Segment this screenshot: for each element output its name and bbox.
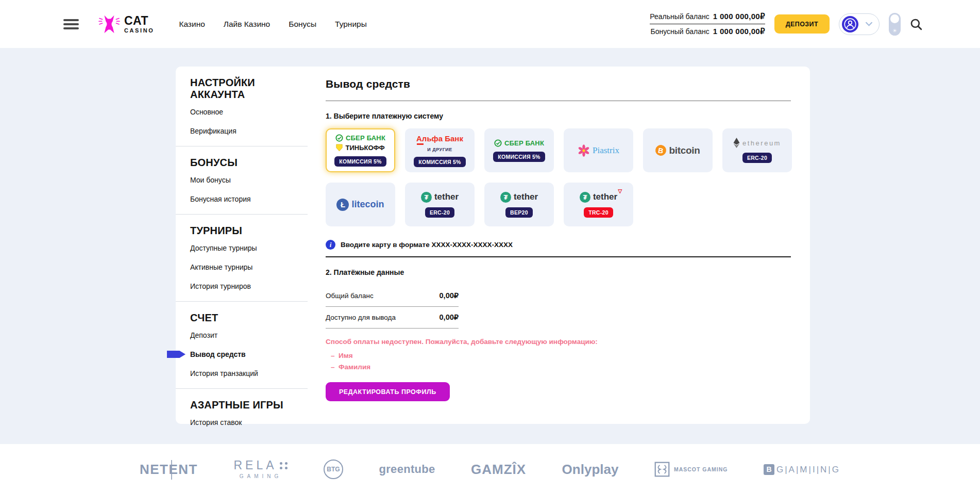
account-card: НАСТРОЙКИ АККАУНТА Основное Верификация … bbox=[176, 67, 810, 424]
provider-relax-gaming: RELA GAMING bbox=[233, 460, 288, 479]
logo-text-cat: CAT bbox=[124, 15, 154, 27]
search-icon bbox=[910, 18, 922, 30]
provider-netent: NETENT bbox=[140, 463, 198, 476]
sidebar-item-bonus-history[interactable]: Бонусная история bbox=[190, 195, 308, 203]
tether-icon: ₮ bbox=[580, 192, 590, 203]
network-badge: ERC-20 bbox=[425, 207, 454, 218]
sidebar-item-withdrawal[interactable]: Вывод средств bbox=[190, 350, 308, 358]
page-title: Вывод средств bbox=[326, 78, 792, 90]
balance-block: Реальный баланс 1 000 000,00₽ Бонусный б… bbox=[650, 12, 765, 36]
nav-item-bonuses[interactable]: Бонусы bbox=[289, 20, 316, 29]
active-item-arrow bbox=[167, 351, 185, 358]
payment-balances: Общий баланс 0,00₽ Доступно для вывода 0… bbox=[326, 285, 459, 329]
mascot-emblem-icon bbox=[654, 462, 670, 477]
sidebar-divider bbox=[176, 388, 308, 389]
provider-gamzix: GAMZÎX bbox=[471, 463, 526, 476]
payment-method-bitcoin[interactable]: B bitcoin bbox=[643, 128, 713, 172]
hamburger-menu-icon[interactable] bbox=[63, 17, 79, 31]
payment-method-piastrix[interactable]: Piastrix bbox=[564, 128, 633, 172]
account-sidebar: НАСТРОЙКИ АККАУНТА Основное Верификация … bbox=[176, 67, 308, 437]
top-header: CAT CASINO Казино Лайв Казино Бонусы Тур… bbox=[0, 0, 980, 48]
payment-method-ethereum[interactable]: ethereum ERC-20 bbox=[722, 128, 792, 172]
provider-onlyplay: Onlyplay bbox=[562, 463, 619, 476]
sber-icon bbox=[335, 134, 343, 142]
sidebar-item-transaction-history[interactable]: История транзакций bbox=[190, 369, 308, 378]
avatar bbox=[842, 16, 858, 32]
missing-field-surname: Фамилия bbox=[331, 363, 792, 371]
payment-method-alfa-bank[interactable]: Альфа Банк И ДРУГИЕ КОМИССИЯ 5% bbox=[405, 128, 475, 172]
sidebar-item-main[interactable]: Основное bbox=[190, 108, 308, 116]
bonus-balance-value: 1 000 000,00₽ bbox=[713, 27, 765, 36]
tinkoff-shield-icon bbox=[336, 144, 343, 152]
payment-method-sber[interactable]: СБЕР БАНК КОМИССИЯ 5% bbox=[484, 128, 554, 172]
sber-icon bbox=[494, 139, 502, 147]
cat-casino-logo[interactable]: CAT CASINO bbox=[98, 14, 154, 35]
card-format-note: i Вводите карту в формате XXXX-XXXX-XXXX… bbox=[326, 240, 792, 250]
providers-strip: NETENT RELA GAMING BTG greentube GAMZÎX … bbox=[140, 444, 840, 479]
sidebar-item-verification[interactable]: Верификация bbox=[190, 127, 308, 135]
tether-icon: ₮ bbox=[421, 192, 432, 203]
profile-menu[interactable] bbox=[839, 13, 880, 35]
chevron-down-icon bbox=[866, 22, 872, 26]
header-right-cluster: Реальный баланс 1 000 000,00₽ Бонусный б… bbox=[650, 0, 922, 48]
payment-methods-grid: СБЕР БАНК ТИНЬКОФФ КОМИССИЯ 5% Альфа Бан… bbox=[326, 128, 792, 226]
edit-profile-button[interactable]: РЕДАКТИРОВАТЬ ПРОФИЛЬ bbox=[326, 382, 450, 401]
theme-toggle[interactable]: ☀ bbox=[889, 13, 901, 36]
real-balance-value: 1 000 000,00₽ bbox=[713, 12, 765, 21]
relax-dots-icon bbox=[280, 462, 288, 469]
missing-fields-list: Имя Фамилия bbox=[326, 352, 792, 371]
tether-icon: ₮ bbox=[500, 192, 511, 203]
sidebar-section-gambling: АЗАРТНЫЕ ИГРЫ bbox=[190, 399, 291, 411]
cat-icon bbox=[98, 14, 120, 35]
main-nav: Казино Лайв Казино Бонусы Турниры bbox=[179, 20, 366, 29]
deposit-button[interactable]: ДЕПОЗИТ bbox=[774, 14, 830, 34]
bitcoin-icon: B bbox=[655, 144, 667, 156]
network-badge: BEP20 bbox=[505, 207, 533, 218]
provider-big-time-gaming: BTG bbox=[324, 460, 343, 479]
sidebar-divider bbox=[176, 146, 308, 146]
provider-mascot-gaming: MASCOT GAMING bbox=[654, 462, 728, 477]
step1-label: 1. Выберите платежную систему bbox=[326, 112, 792, 120]
sun-icon: ☀ bbox=[889, 28, 901, 34]
total-balance-row: Общий баланс 0,00₽ bbox=[326, 285, 459, 307]
real-balance-label: Реальный баланс bbox=[650, 12, 709, 21]
payment-method-litecoin[interactable]: Ł litecoin bbox=[326, 183, 395, 226]
bgaming-b-icon: B bbox=[764, 464, 774, 475]
missing-field-name: Имя bbox=[331, 352, 792, 359]
sidebar-item-tournament-history[interactable]: История турниров bbox=[190, 282, 308, 290]
payment-method-tether-erc20[interactable]: ₮ tether ERC-20 bbox=[405, 183, 475, 226]
bonus-balance-label: Бонусный баланс bbox=[651, 27, 709, 36]
piastrix-flower-icon bbox=[578, 144, 590, 157]
payment-method-sber-tinkoff[interactable]: СБЕР БАНК ТИНЬКОФФ КОМИССИЯ 5% bbox=[326, 128, 395, 172]
commission-badge: КОМИССИЯ 5% bbox=[414, 157, 466, 167]
section-divider bbox=[326, 256, 791, 257]
withdrawal-content: Вывод средств 1. Выберите платежную сист… bbox=[326, 67, 792, 401]
provider-greentube: greentube bbox=[379, 464, 435, 475]
sidebar-section-account: СЧЕТ bbox=[190, 312, 291, 324]
sidebar-section-bonuses: БОНУСЫ bbox=[190, 157, 291, 169]
user-icon bbox=[843, 18, 857, 31]
btg-emblem-icon: BTG bbox=[324, 460, 343, 479]
provider-bgaming: B G|A|M|I|N|G bbox=[764, 464, 840, 475]
ethereum-icon bbox=[733, 138, 740, 148]
nav-item-casino[interactable]: Казино bbox=[179, 20, 205, 29]
sidebar-item-deposit[interactable]: Депозит bbox=[190, 331, 308, 339]
sidebar-section-account-settings: НАСТРОЙКИ АККАУНТА bbox=[190, 77, 291, 101]
network-badge: TRC-20 bbox=[584, 207, 613, 218]
payment-unavailable-warning: Способ оплаты недоступен. Пожалуйста, до… bbox=[326, 338, 792, 346]
nav-item-live-casino[interactable]: Лайв Казино bbox=[224, 20, 270, 29]
sidebar-item-my-bonuses[interactable]: Мои бонусы bbox=[190, 176, 308, 184]
nav-item-tournaments[interactable]: Турниры bbox=[335, 20, 367, 29]
providers-footer: NETENT RELA GAMING BTG greentube GAMZÎX … bbox=[0, 444, 980, 492]
sidebar-item-active-tournaments[interactable]: Активные турниры bbox=[190, 263, 308, 271]
sidebar-item-available-tournaments[interactable]: Доступные турниры bbox=[190, 244, 308, 252]
search-button[interactable] bbox=[910, 18, 922, 30]
sidebar-divider bbox=[176, 214, 308, 215]
sidebar-item-bet-history[interactable]: История ставок bbox=[190, 418, 308, 427]
available-balance-row: Доступно для вывода 0,00₽ bbox=[326, 307, 459, 329]
sidebar-divider bbox=[176, 301, 308, 302]
network-badge: ERC-20 bbox=[742, 153, 772, 163]
payment-method-tether-trc20[interactable]: ₮ tether▽ TRC-20 bbox=[564, 183, 633, 226]
title-divider bbox=[326, 101, 791, 101]
payment-method-tether-bep20[interactable]: ₮ tether BEP20 bbox=[484, 183, 554, 226]
